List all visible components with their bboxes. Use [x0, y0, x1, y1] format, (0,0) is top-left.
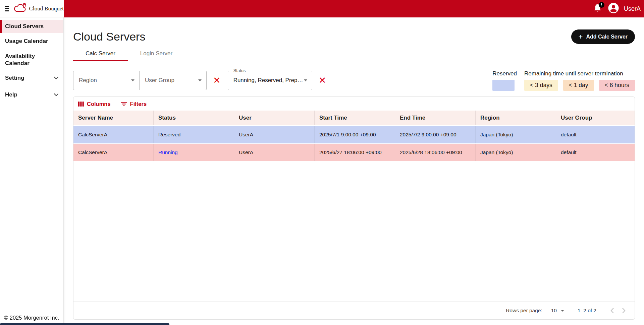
table-header-row: Server Name Status User Start Time End T… [73, 111, 635, 126]
cell-start-time: 2025/7/1 9:00:00 +09:00 [315, 126, 395, 143]
clear-status-filter-icon[interactable]: ✕ [319, 76, 326, 85]
cell-start-time: 2025/6/27 18:06:00 +09:00 [315, 144, 395, 161]
col-header-region[interactable]: Region [476, 111, 556, 125]
page-title: Cloud Servers [73, 30, 145, 43]
cell-end-time: 2025/6/28 18:06:00 +09:00 [395, 144, 476, 161]
table-row-running[interactable]: CalcServerA Running UserA 2025/6/27 18:0… [73, 144, 635, 161]
rows-per-page-select[interactable]: 10 [551, 308, 564, 314]
rows-per-page-value: 10 [551, 308, 557, 314]
status-filter-select[interactable]: Status Running, Reserved, Prep… [228, 71, 312, 90]
user-group-filter-placeholder: User Group [145, 77, 174, 84]
status-filter-value: Running, Reserved, Prep… [233, 77, 303, 84]
sidebar-item-label: Usage Calendar [5, 38, 48, 45]
legend-termination: Remaining time until server termination … [524, 70, 635, 91]
filter-row: Region User Group ✕ Status Running, Rese… [73, 70, 635, 90]
chevron-right-icon [622, 308, 626, 314]
sidebar-item-setting[interactable]: Setting [0, 71, 63, 84]
app-bar-brand-section: Cloud Bouquet [0, 0, 64, 17]
sidebar-item-label: Help [5, 91, 17, 98]
cloud-bouquet-logo-icon [13, 3, 27, 14]
col-header-user[interactable]: User [234, 111, 315, 125]
legend-chip-1-day: < 1 day [563, 80, 594, 91]
dropdown-arrow-icon [131, 79, 135, 81]
dropdown-arrow-icon [561, 310, 564, 312]
region-filter-placeholder: Region [79, 77, 97, 84]
server-type-tabs: Calc Server Login Server [73, 47, 635, 61]
notifications-button[interactable]: ! [593, 3, 603, 14]
next-page-button[interactable] [618, 305, 629, 316]
sidebar-item-label: Availability Calendar [5, 53, 52, 67]
cell-status: Reserved [154, 126, 234, 143]
user-group-filter-select[interactable]: User Group [140, 71, 207, 90]
col-header-start-time[interactable]: Start Time [315, 111, 395, 125]
pagination-range-label: 1–2 of 2 [578, 308, 596, 314]
logo[interactable]: Cloud Bouquet [13, 3, 64, 14]
sidebar-item-availability-calendar[interactable]: Availability Calendar [0, 50, 57, 70]
plus-icon: + [579, 33, 583, 41]
notification-badge: ! [599, 2, 604, 8]
region-filter-select[interactable]: Region [73, 71, 140, 90]
filter-icon [121, 102, 127, 106]
table-empty-area [73, 161, 635, 302]
cell-user-group: default [556, 126, 635, 143]
user-avatar-icon[interactable] [608, 2, 619, 15]
sidebar: Cloud Servers Usage Calendar Availabilit… [0, 17, 64, 325]
columns-button-label: Columns [87, 101, 111, 107]
cell-region: Japan (Tokyo) [476, 126, 556, 143]
sidebar-item-cloud-servers[interactable]: Cloud Servers [0, 20, 63, 33]
sidebar-item-label: Setting [5, 74, 24, 81]
col-header-end-time[interactable]: End Time [395, 111, 476, 125]
cell-server-name: CalcServerA [73, 126, 154, 143]
previous-page-button[interactable] [606, 305, 618, 316]
legend-reserved-swatch [492, 80, 515, 91]
cell-user: UserA [234, 126, 315, 143]
legend-reserved-label: Reserved [492, 70, 517, 77]
dropdown-arrow-icon [198, 79, 202, 81]
legend: Reserved Remaining time until server ter… [492, 70, 635, 91]
chevron-down-icon [54, 93, 59, 96]
tab-calc-server[interactable]: Calc Server [73, 47, 128, 61]
col-header-server-name[interactable]: Server Name [73, 111, 154, 125]
col-header-user-group[interactable]: User Group [556, 111, 635, 125]
legend-reserved: Reserved [492, 70, 517, 91]
logo-text: Cloud Bouquet [29, 5, 64, 12]
app-bar-right: ! UserA [64, 0, 644, 17]
columns-button[interactable]: Columns [78, 101, 111, 107]
cell-end-time: 2025/7/2 9:00:00 +09:00 [395, 126, 476, 143]
dropdown-arrow-icon [304, 79, 307, 81]
chevron-down-icon [54, 76, 59, 79]
filters-button-label: Filters [130, 101, 147, 107]
tab-login-server[interactable]: Login Server [128, 47, 185, 61]
table-pagination: Rows per page: 10 1–2 of 2 [73, 302, 635, 319]
copyright-footer: © 2025 Morgenrot Inc. [4, 315, 59, 321]
filters-button[interactable]: Filters [121, 101, 147, 107]
user-name[interactable]: UserA [624, 5, 641, 12]
cell-status: Running [154, 144, 234, 161]
legend-chip-6-hours: < 6 hours [599, 80, 635, 91]
horizontal-scrollbar-thumb[interactable] [0, 323, 169, 325]
table-row-reserved[interactable]: CalcServerA Reserved UserA 2025/7/1 9:00… [73, 126, 635, 144]
server-table-card: Columns Filters Server Name Status User … [73, 96, 635, 320]
main-content: Cloud Servers + Add Calc Server Calc Ser… [64, 17, 644, 325]
col-header-status[interactable]: Status [154, 111, 234, 125]
hamburger-menu-icon[interactable] [5, 6, 9, 11]
add-calc-server-label: Add Calc Server [586, 34, 628, 40]
status-running-link[interactable]: Running [158, 149, 178, 155]
cell-user: UserA [234, 144, 315, 161]
clear-region-usergroup-filter-icon[interactable]: ✕ [213, 76, 221, 85]
app-bar: Cloud Bouquet ! UserA [0, 0, 644, 17]
table-toolbar: Columns Filters [73, 97, 635, 111]
chevron-left-icon [610, 308, 614, 314]
rows-per-page-label: Rows per page: [506, 308, 542, 314]
add-calc-server-button[interactable]: + Add Calc Server [571, 29, 635, 44]
status-filter-label: Status [232, 68, 248, 73]
sidebar-item-help[interactable]: Help [0, 88, 63, 101]
sidebar-item-usage-calendar[interactable]: Usage Calendar [0, 35, 63, 48]
cell-region: Japan (Tokyo) [476, 144, 556, 161]
cell-user-group: default [556, 144, 635, 161]
columns-icon [78, 102, 84, 107]
cell-server-name: CalcServerA [73, 144, 154, 161]
sidebar-item-label: Cloud Servers [5, 23, 44, 30]
legend-chip-3-days: < 3 days [524, 80, 558, 91]
legend-termination-label: Remaining time until server termination [524, 70, 635, 77]
